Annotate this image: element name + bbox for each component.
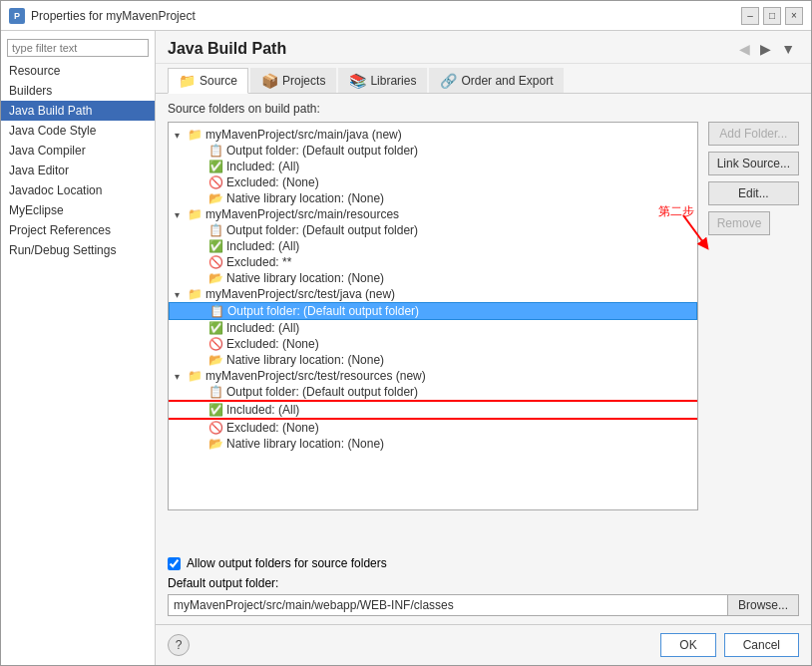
tree-label-native-3: Native library location: (None)	[226, 353, 384, 367]
tab-source[interactable]: 📁 Source	[168, 68, 248, 94]
content-area: Resource Builders Java Build Path Java C…	[1, 31, 811, 665]
sidebar-item-resource[interactable]: Resource	[1, 61, 155, 81]
child-icon-output-4: 📋	[208, 385, 223, 399]
tree-node-src-main-resources[interactable]: ▾ 📁 myMavenProject/src/main/resources	[169, 206, 697, 222]
tree-label-output-4: Output folder: (Default output folder)	[226, 385, 418, 399]
tree-node-included-1[interactable]: ✅ Included: (All)	[169, 159, 697, 174]
tree-node-output-1[interactable]: 📋 Output folder: (Default output folder)	[169, 143, 697, 159]
app-icon: P	[9, 8, 25, 24]
tree-node-excluded-3[interactable]: 🚫 Excluded: (None)	[169, 336, 697, 352]
tree-node-native-3[interactable]: 📂 Native library location: (None)	[169, 352, 697, 368]
window-title: Properties for myMavenProject	[31, 9, 196, 23]
tree-label-src-test-java: myMavenProject/src/test/java (new)	[205, 287, 395, 301]
tree-label-output-1: Output folder: (Default output folder)	[226, 144, 418, 158]
main-header: Java Build Path ◀ ▶ ▼	[156, 31, 811, 64]
window: P Properties for myMavenProject – □ × Re…	[0, 0, 812, 666]
tree-label-src-test-resources: myMavenProject/src/test/resources (new)	[205, 369, 426, 383]
add-folder-button[interactable]: Add Folder...	[708, 122, 799, 146]
sidebar-item-builders[interactable]: Builders	[1, 81, 155, 101]
child-icon-native-1: 📂	[208, 191, 223, 205]
toggle-icon-2: ▾	[175, 209, 185, 220]
tab-libraries-label: Libraries	[370, 74, 416, 88]
nav-down-icon[interactable]: ▼	[777, 39, 799, 59]
sidebar-item-java-compiler[interactable]: Java Compiler	[1, 141, 155, 161]
sidebar-item-java-build-path[interactable]: Java Build Path	[1, 101, 155, 121]
edit-button[interactable]: Edit...	[708, 181, 799, 205]
tree-node-output-2[interactable]: 📋 Output folder: (Default output folder)	[169, 222, 697, 238]
bottom-section: Allow output folders for source folders …	[168, 556, 799, 616]
tree-node-output-3[interactable]: 📋 Output folder: (Default output folder)	[169, 302, 697, 320]
tree-node-src-main-java[interactable]: ▾ 📁 myMavenProject/src/main/java (new)	[169, 127, 697, 143]
sidebar-item-javadoc-location[interactable]: Javadoc Location	[1, 180, 155, 200]
remove-button[interactable]: Remove	[708, 211, 771, 235]
tree-node-included-2[interactable]: ✅ Included: (All)	[169, 238, 697, 254]
source-tree[interactable]: ▾ 📁 myMavenProject/src/main/java (new) 📋…	[168, 122, 698, 510]
sidebar-item-myeclipse[interactable]: MyEclipse	[1, 200, 155, 220]
cancel-button[interactable]: Cancel	[724, 633, 799, 657]
browse-button[interactable]: Browse...	[728, 594, 799, 616]
sidebar-item-java-editor[interactable]: Java Editor	[1, 161, 155, 180]
nav-back-icon[interactable]: ◀	[735, 39, 754, 59]
child-icon-output-2: 📋	[208, 223, 223, 237]
child-icon-excluded-1: 🚫	[208, 175, 223, 189]
tree-node-native-2[interactable]: 📂 Native library location: (None)	[169, 270, 697, 286]
tree-node-native-4[interactable]: 📂 Native library location: (None)	[169, 436, 697, 452]
ok-button[interactable]: OK	[660, 633, 715, 657]
right-buttons: Add Folder... Link Source... Edit... 第二步	[708, 122, 799, 548]
minimize-button[interactable]: –	[741, 7, 759, 25]
tabs-bar: 📁 Source 📦 Projects 📚 Libraries 🔗 Order …	[156, 64, 811, 94]
child-icon-included-2: ✅	[208, 239, 223, 253]
tab-libraries[interactable]: 📚 Libraries	[338, 68, 427, 93]
tree-and-buttons-container: ▾ 📁 myMavenProject/src/main/java (new) 📋…	[168, 122, 799, 548]
tree-label-included-2: Included: (All)	[226, 239, 299, 253]
tree-node-output-4[interactable]: 📋 Output folder: (Default output folder)	[169, 384, 697, 402]
child-icon-native-2: 📂	[208, 271, 223, 285]
sidebar: Resource Builders Java Build Path Java C…	[1, 31, 156, 665]
tree-node-excluded-4[interactable]: 🚫 Excluded: (None)	[169, 420, 697, 436]
maximize-button[interactable]: □	[763, 7, 781, 25]
allow-output-checkbox[interactable]	[168, 557, 181, 570]
tab-projects[interactable]: 📦 Projects	[250, 68, 336, 93]
child-icon-native-4: 📂	[208, 437, 223, 451]
help-button[interactable]: ?	[168, 634, 190, 656]
tree-label-included-1: Included: (All)	[226, 160, 299, 173]
close-button[interactable]: ×	[785, 7, 803, 25]
tree-node-excluded-2[interactable]: 🚫 Excluded: **	[169, 254, 697, 270]
footer: ? OK Cancel	[156, 624, 811, 665]
nav-forward-icon[interactable]: ▶	[756, 39, 775, 59]
remove-button-container: 第二步 Remove	[708, 211, 799, 235]
main-title: Java Build Path	[168, 40, 286, 58]
tree-node-src-test-java[interactable]: ▾ 📁 myMavenProject/src/test/java (new)	[169, 286, 697, 302]
tree-label-native-1: Native library location: (None)	[226, 191, 384, 205]
output-folder-row: Browse...	[168, 594, 799, 616]
folder-icon-3: 📁	[188, 287, 203, 301]
tree-node-included-3[interactable]: ✅ Included: (All)	[169, 320, 697, 336]
tree-label-excluded-1: Excluded: (None)	[226, 175, 319, 189]
child-icon-excluded-2: 🚫	[208, 255, 223, 269]
section-label: Source folders on build path:	[168, 102, 799, 116]
tab-order-export[interactable]: 🔗 Order and Export	[429, 68, 564, 93]
sidebar-item-run-debug[interactable]: Run/Debug Settings	[1, 240, 155, 260]
tree-label-native-2: Native library location: (None)	[226, 271, 384, 285]
tree-node-excluded-1[interactable]: 🚫 Excluded: (None)	[169, 174, 697, 190]
child-icon-excluded-3: 🚫	[208, 337, 223, 351]
sidebar-item-project-references[interactable]: Project References	[1, 220, 155, 240]
tree-label-output-3: Output folder: (Default output folder)	[227, 304, 419, 318]
toggle-icon-4: ▾	[175, 371, 185, 382]
tree-node-included-4[interactable]: ✅ Included: (All)	[169, 402, 697, 420]
sidebar-item-java-code-style[interactable]: Java Code Style	[1, 121, 155, 141]
allow-output-row: Allow output folders for source folders	[168, 556, 799, 570]
tab-projects-label: Projects	[282, 74, 325, 88]
filter-input[interactable]	[7, 39, 149, 57]
toggle-icon-1: ▾	[175, 130, 185, 141]
folder-icon-4: 📁	[188, 369, 203, 383]
folder-icon-2: 📁	[188, 207, 203, 221]
tree-label-src-main-java: myMavenProject/src/main/java (new)	[205, 128, 402, 142]
link-source-button[interactable]: Link Source...	[708, 152, 799, 175]
libraries-tab-icon: 📚	[349, 73, 366, 89]
tree-node-src-test-resources[interactable]: ▾ 📁 myMavenProject/src/test/resources (n…	[169, 368, 697, 384]
output-folder-input[interactable]	[168, 594, 728, 616]
tree-node-native-1[interactable]: 📂 Native library location: (None)	[169, 190, 697, 206]
nav-arrows: ◀ ▶ ▼	[735, 39, 799, 59]
title-bar: P Properties for myMavenProject – □ ×	[1, 1, 811, 31]
